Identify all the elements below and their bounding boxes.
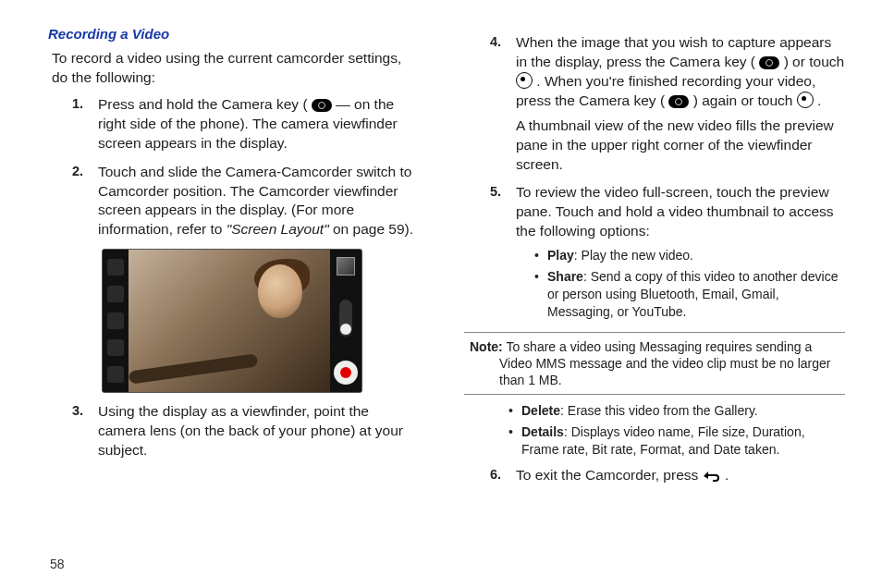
left-column: Recording a Video To record a video usin… — [46, 26, 446, 570]
viewfinder-preview — [129, 250, 330, 392]
bullet-label: Details — [521, 424, 564, 439]
page-number: 58 — [50, 557, 65, 571]
record-circle-icon — [516, 72, 533, 89]
right-controls — [330, 250, 361, 392]
left-controls — [103, 250, 129, 392]
timer-icon — [107, 339, 124, 356]
camera-camcorder-switch-icon — [339, 300, 352, 337]
steps-list-right: 4. When the image that you wish to captu… — [490, 33, 845, 321]
exposure-icon — [107, 312, 124, 329]
bullet-share: Share: Send a copy of this video to anot… — [534, 268, 845, 321]
step-number: 6. — [490, 466, 501, 484]
bullet-text: : Erase this video from the Gallery. — [560, 403, 758, 418]
manual-page: Recording a Video To record a video usin… — [0, 0, 882, 588]
step-3: 3. Using the display as a viewfinder, po… — [72, 402, 418, 460]
step-text: To review the video full-screen, touch t… — [516, 184, 834, 239]
step-4: 4. When the image that you wish to captu… — [490, 33, 845, 174]
step-text: . — [817, 92, 821, 108]
camera-key-icon — [759, 56, 779, 69]
step-text: on page 59). — [333, 221, 413, 237]
camera-key-icon — [668, 95, 689, 108]
step-text: To exit the Camcorder, press — [516, 467, 703, 483]
step-text: Using the display as a viewfinder, point… — [98, 403, 403, 458]
section-heading: Recording a Video — [48, 26, 418, 42]
settings-icon — [107, 259, 124, 276]
bullet-text: : Send a copy of this video to another d… — [547, 269, 838, 319]
step-1: 1. Press and hold the Camera key ( — on … — [72, 95, 418, 153]
bullet-text: : Displays video name, File size, Durati… — [521, 424, 805, 457]
step-text: ) or touch — [784, 54, 844, 69]
intro-text: To record a video using the current camc… — [52, 49, 418, 88]
gallery-thumbnail-icon — [337, 257, 355, 276]
bullet-delete: Delete: Erase this video from the Galler… — [508, 402, 845, 420]
step-number: 2. — [72, 163, 83, 181]
record-button-icon — [334, 361, 358, 385]
bullet-details: Details: Displays video name, File size,… — [508, 423, 845, 459]
step-number: 3. — [72, 402, 83, 421]
bullet-play: Play: Play the new video. — [534, 247, 845, 264]
bullet-text: : Play the new video. — [574, 248, 693, 263]
bullet-label: Share — [547, 269, 583, 284]
step-number: 1. — [72, 95, 83, 114]
record-circle-icon — [797, 92, 814, 108]
camera-key-icon — [312, 99, 332, 112]
step-number: 5. — [490, 183, 501, 202]
options-bullets: Play: Play the new video. Share: Send a … — [534, 247, 845, 321]
screen-layout-ref: "Screen Layout" — [227, 221, 329, 237]
step-2: 2. Touch and slide the Camera-Camcorder … — [72, 163, 418, 240]
step-6: 6. To exit the Camcorder, press . — [490, 466, 845, 485]
right-column: 4. When the image that you wish to captu… — [446, 26, 845, 570]
steps-list-left: 1. Press and hold the Camera key ( — on … — [72, 95, 418, 239]
bullet-label: Delete — [521, 403, 560, 418]
bullet-label: Play — [547, 248, 574, 263]
step-text: . — [725, 467, 729, 483]
flash-icon — [107, 286, 124, 302]
steps-list-left-2: 3. Using the display as a viewfinder, po… — [72, 402, 418, 460]
step-text: Press and hold the Camera key ( — [98, 96, 308, 112]
subject-arm — [129, 354, 259, 385]
step-5: 5. To review the video full-screen, touc… — [490, 183, 845, 320]
step-text: A thumbnail view of the new video fills … — [516, 117, 834, 172]
note-label: Note: — [470, 339, 503, 354]
resolution-icon — [107, 366, 124, 383]
steps-list-right-2: 6. To exit the Camcorder, press . — [490, 466, 845, 485]
step-text: ) again or touch — [693, 92, 797, 108]
camcorder-viewfinder-figure — [102, 249, 362, 393]
options-bullets-2: Delete: Erase this video from the Galler… — [508, 402, 845, 459]
step-number: 4. — [490, 33, 501, 52]
note-text: To share a video using Messaging require… — [499, 339, 831, 387]
subject-face — [258, 264, 302, 318]
back-arrow-icon — [703, 470, 721, 483]
note-box: Note: To share a video using Messaging r… — [464, 332, 845, 396]
